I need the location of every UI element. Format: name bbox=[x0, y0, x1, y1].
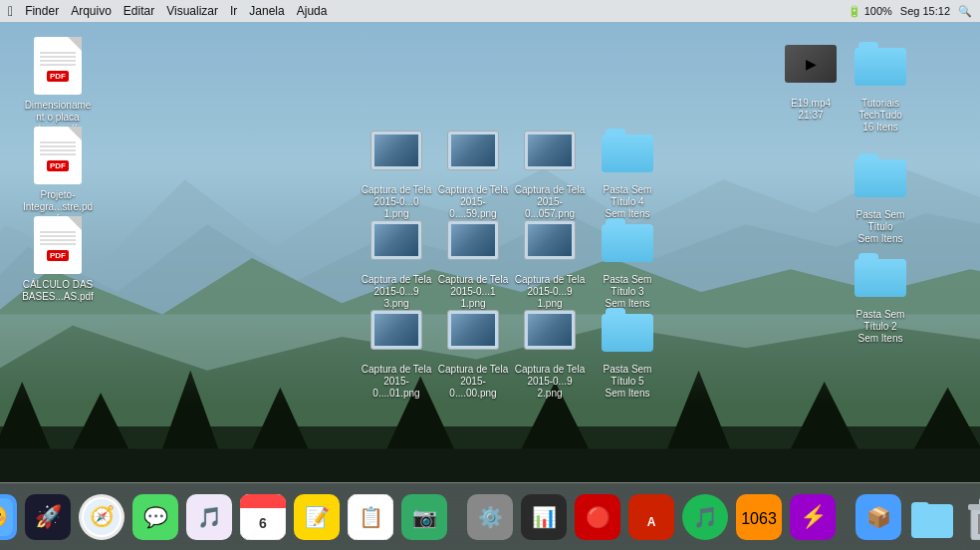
svg-text:1063: 1063 bbox=[741, 510, 777, 527]
svg-text:📷: 📷 bbox=[412, 505, 437, 529]
dock-activitymonitor[interactable]: 📊 bbox=[519, 492, 569, 542]
svg-text:📊: 📊 bbox=[532, 505, 557, 529]
pdf3-label: CÁLCULO DASBASES...AS.pdf bbox=[22, 279, 94, 303]
dock-systemprefs[interactable]: ⚙️ bbox=[465, 492, 515, 542]
svg-text:A: A bbox=[647, 515, 656, 529]
dock-thunderbolt[interactable]: ⚡ bbox=[788, 492, 838, 542]
menu-finder[interactable]: Finder bbox=[25, 4, 59, 18]
svg-text:6: 6 bbox=[259, 515, 267, 531]
apple-menu[interactable]:  bbox=[8, 3, 13, 19]
svg-text:😊: 😊 bbox=[0, 503, 9, 530]
desktop-icon-video[interactable]: ▶ E19.mp421:37 bbox=[771, 28, 851, 126]
svg-text:📦: 📦 bbox=[866, 505, 891, 529]
svg-text:⚡: ⚡ bbox=[800, 503, 828, 530]
menu-editar[interactable]: Editar bbox=[123, 4, 154, 18]
menu-ajuda[interactable]: Ajuda bbox=[297, 4, 328, 18]
dock: 😊 🚀 🧭 💬 🎵 bbox=[0, 482, 980, 550]
desktop-icon-ss9[interactable]: Captura de Tela2015-0...9 2.png bbox=[510, 294, 590, 404]
svg-text:🔴: 🔴 bbox=[586, 505, 611, 529]
dock-backup[interactable]: 🔴 bbox=[573, 492, 622, 542]
svg-text:🚀: 🚀 bbox=[35, 503, 63, 530]
desktop-icon-pdf3[interactable]: PDF CÁLCULO DASBASES...AS.pdf bbox=[18, 209, 98, 307]
menu-janela[interactable]: Janela bbox=[249, 4, 284, 18]
svg-text:🎵: 🎵 bbox=[197, 505, 222, 529]
dock-finder[interactable]: 😊 bbox=[0, 492, 19, 542]
menu-arquivo[interactable]: Arquivo bbox=[71, 4, 112, 18]
dock-safari[interactable]: 🧭 bbox=[77, 492, 126, 542]
menu-ir[interactable]: Ir bbox=[230, 4, 237, 18]
menubar-right: 🔋 100% Seg 15:12 🔍 bbox=[848, 5, 972, 18]
dock-photos[interactable]: 📷 bbox=[399, 492, 449, 542]
dock-messages[interactable]: 💬 bbox=[130, 492, 180, 542]
svg-rect-17 bbox=[240, 502, 286, 508]
svg-text:⚙️: ⚙️ bbox=[478, 505, 503, 529]
menubar-battery: 🔋 100% bbox=[848, 5, 892, 18]
menu-visualizar[interactable]: Visualizar bbox=[166, 4, 218, 18]
menubar-clock: Seg 15:12 bbox=[900, 5, 950, 17]
svg-text:🧭: 🧭 bbox=[90, 504, 115, 528]
dock-itunes[interactable]: 🎵 bbox=[184, 492, 234, 542]
menubar-search[interactable]: 🔍 bbox=[958, 5, 972, 18]
desktop-icon-folder3[interactable]: Pasta SemTítulo 5Sem Itens bbox=[588, 294, 667, 404]
svg-rect-42 bbox=[911, 502, 929, 510]
dock-spotify[interactable]: 🎵 bbox=[680, 492, 730, 542]
menubar:  Finder Arquivo Editar Visualizar Ir Ja… bbox=[0, 0, 980, 22]
desktop-icon-semtitulo1[interactable]: Pasta SemTítuloSem Itens bbox=[841, 139, 920, 249]
desktop-icon-ss7[interactable]: Captura de Tela2015-0....01.png bbox=[357, 294, 436, 404]
svg-text:💬: 💬 bbox=[143, 505, 168, 529]
dock-reminders[interactable]: 📋 bbox=[346, 492, 395, 542]
dock-dropbox[interactable]: 📦 bbox=[854, 492, 903, 542]
dock-trash[interactable] bbox=[961, 492, 980, 542]
desktop-icon-tutoriais[interactable]: TutoriaisTechTudo16 Itens bbox=[841, 28, 920, 138]
dock-contacts[interactable]: 1063 bbox=[734, 492, 784, 542]
svg-text:📝: 📝 bbox=[305, 505, 330, 529]
dock-notes[interactable]: 📝 bbox=[292, 492, 342, 542]
desktop-icon-semtitulo2[interactable]: Pasta SemTítulo 2Sem Itens bbox=[841, 239, 920, 349]
svg-text:🎵: 🎵 bbox=[693, 505, 718, 529]
dock-downloads[interactable] bbox=[907, 492, 957, 542]
dock-launchpad[interactable]: 🚀 bbox=[23, 492, 73, 542]
desktop-icon-ss8[interactable]: Captura de Tela2015-0....00.png bbox=[433, 294, 513, 404]
svg-rect-44 bbox=[968, 504, 980, 510]
svg-text:📋: 📋 bbox=[359, 505, 383, 529]
dock-calendar[interactable]: 6 bbox=[238, 492, 288, 542]
dock-autocad[interactable]: A bbox=[626, 492, 676, 542]
